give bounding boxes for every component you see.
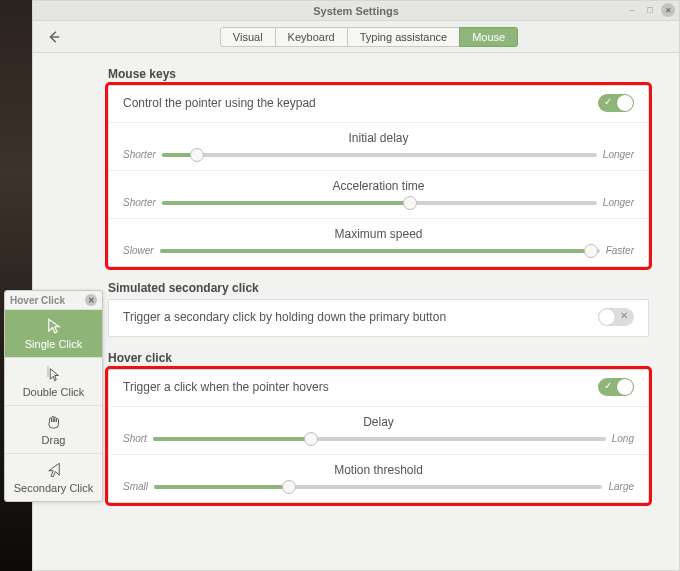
hand-icon <box>45 413 63 431</box>
acceleration-time-left-label: Shorter <box>123 197 156 208</box>
maximum-speed-left-label: Slower <box>123 245 154 256</box>
initial-delay-slider[interactable] <box>162 153 597 157</box>
panel-sim-secondary: Trigger a secondary click by holding dow… <box>108 299 649 337</box>
section-title-sim-secondary: Simulated secondary click <box>108 281 649 295</box>
palette-item-label: Double Click <box>23 386 85 398</box>
toolbar: Visual Keyboard Typing assistance Mouse <box>33 21 679 53</box>
hover-delay-slider[interactable] <box>153 437 606 441</box>
cursor-double-icon <box>45 365 63 383</box>
window-minimize-button[interactable] <box>625 3 639 17</box>
row-hover-delay: Delay Short Long <box>109 407 648 455</box>
palette-item-single-click[interactable]: Single Click <box>5 310 102 358</box>
motion-threshold-caption: Motion threshold <box>123 463 634 477</box>
row-sim-secondary: Trigger a secondary click by holding dow… <box>109 300 648 336</box>
titlebar: System Settings <box>33 1 679 21</box>
section-title-hover-click: Hover click <box>108 351 649 365</box>
row-motion-threshold: Motion threshold Small Large <box>109 455 648 502</box>
hover-delay-right-label: Long <box>612 433 634 444</box>
hover-click-palette: Hover Click ✕ Single Click Double Click … <box>4 290 103 502</box>
initial-delay-right-label: Longer <box>603 149 634 160</box>
palette-close-button[interactable]: ✕ <box>85 294 97 306</box>
settings-window: System Settings Visual Keyboard Typing a… <box>32 0 680 571</box>
acceleration-time-caption: Acceleration time <box>123 179 634 193</box>
palette-item-secondary-click[interactable]: Secondary Click <box>5 454 102 501</box>
palette-title: Hover Click <box>10 295 65 306</box>
palette-item-drag[interactable]: Drag <box>5 406 102 454</box>
hover-trigger-toggle[interactable] <box>598 378 634 396</box>
row-initial-delay: Initial delay Shorter Longer <box>109 123 648 171</box>
acceleration-time-right-label: Longer <box>603 197 634 208</box>
motion-threshold-right-label: Large <box>608 481 634 492</box>
palette-item-label: Single Click <box>25 338 82 350</box>
control-pointer-toggle[interactable] <box>598 94 634 112</box>
panel-hover-click: Trigger a click when the pointer hovers … <box>108 369 649 503</box>
motion-threshold-left-label: Small <box>123 481 148 492</box>
initial-delay-caption: Initial delay <box>123 131 634 145</box>
cursor-right-icon <box>45 461 63 479</box>
initial-delay-left-label: Shorter <box>123 149 156 160</box>
section-title-mouse-keys: Mouse keys <box>108 67 649 81</box>
row-hover-trigger: Trigger a click when the pointer hovers <box>109 370 648 407</box>
control-pointer-label: Control the pointer using the keypad <box>123 96 316 110</box>
acceleration-time-slider[interactable] <box>162 201 597 205</box>
maximum-speed-caption: Maximum speed <box>123 227 634 241</box>
cursor-icon <box>45 317 63 335</box>
palette-item-double-click[interactable]: Double Click <box>5 358 102 406</box>
window-maximize-button[interactable] <box>643 3 657 17</box>
palette-titlebar: Hover Click ✕ <box>5 291 102 310</box>
tab-bar: Visual Keyboard Typing assistance Mouse <box>220 27 518 47</box>
arrow-left-icon <box>47 30 61 44</box>
back-button[interactable] <box>41 26 67 48</box>
hover-trigger-label: Trigger a click when the pointer hovers <box>123 380 329 394</box>
content-area: Mouse keys Control the pointer using the… <box>33 53 679 570</box>
row-maximum-speed: Maximum speed Slower Faster <box>109 219 648 266</box>
tab-visual[interactable]: Visual <box>220 27 276 47</box>
palette-item-label: Drag <box>42 434 66 446</box>
hover-delay-left-label: Short <box>123 433 147 444</box>
tab-mouse[interactable]: Mouse <box>459 27 518 47</box>
maximum-speed-slider[interactable] <box>160 249 600 253</box>
window-controls <box>625 3 675 17</box>
tab-keyboard[interactable]: Keyboard <box>275 27 348 47</box>
hover-delay-caption: Delay <box>123 415 634 429</box>
row-control-pointer: Control the pointer using the keypad <box>109 86 648 123</box>
maximum-speed-right-label: Faster <box>606 245 634 256</box>
panel-mouse-keys: Control the pointer using the keypad Ini… <box>108 85 649 267</box>
row-acceleration-time: Acceleration time Shorter Longer <box>109 171 648 219</box>
sim-secondary-toggle[interactable] <box>598 308 634 326</box>
motion-threshold-slider[interactable] <box>154 485 602 489</box>
window-close-button[interactable] <box>661 3 675 17</box>
palette-item-label: Secondary Click <box>14 482 93 494</box>
window-title: System Settings <box>313 5 399 17</box>
tab-typing-assistance[interactable]: Typing assistance <box>347 27 460 47</box>
sim-secondary-label: Trigger a secondary click by holding dow… <box>123 310 446 324</box>
